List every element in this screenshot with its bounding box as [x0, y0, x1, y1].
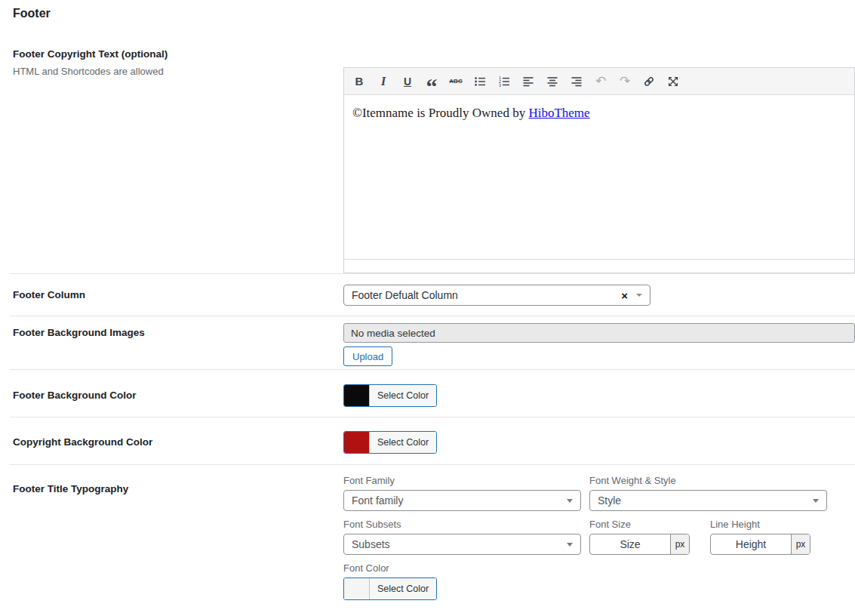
footer-column-label: Footer Column [13, 285, 343, 306]
color-swatch [344, 432, 369, 453]
font-subsets-value: Subsets [352, 538, 567, 550]
link-icon [643, 75, 655, 88]
bulleted-list-button[interactable] [470, 72, 490, 91]
fullscreen-icon [667, 75, 679, 88]
italic-icon: I [381, 74, 386, 89]
typography-row-1: Font Family Font family Font Weight & St… [343, 476, 855, 511]
line-height-group: px [710, 534, 810, 555]
svg-text:3: 3 [499, 83, 501, 88]
font-weight-style-value: Style [598, 494, 813, 507]
background-color-label: Footer Background Color [13, 384, 343, 407]
underline-icon: U [404, 75, 411, 88]
strikethrough-icon: ABC [449, 78, 462, 85]
copyright-background-color-row: Copyright Background Color Select Color [0, 417, 855, 464]
font-size-unit: px [670, 534, 689, 554]
undo-button[interactable]: ↶ [591, 72, 610, 91]
undo-icon: ↶ [595, 73, 606, 89]
line-height-input[interactable] [711, 534, 791, 554]
align-center-button[interactable] [543, 72, 562, 91]
copyright-text: ©Itemname is Proudly Owned by [352, 106, 528, 120]
line-height-unit: px [791, 534, 810, 554]
font-color-picker-button[interactable]: Select Color [343, 578, 437, 600]
copyright-description: HTML and Shortcodes are allowed [13, 66, 343, 77]
align-center-icon [546, 75, 558, 88]
line-height-label: Line Height [710, 519, 810, 529]
background-images-row: Footer Background Images No media select… [0, 316, 855, 369]
background-color-picker-button[interactable]: Select Color [343, 384, 437, 407]
font-color-label: Font Color [343, 563, 855, 573]
redo-button[interactable]: ↷ [615, 72, 635, 91]
copyright-label: Footer Copyright Text (optional) [13, 48, 343, 60]
align-right-button[interactable] [567, 72, 586, 91]
bold-button[interactable]: B [349, 72, 369, 91]
select-color-label: Select Color [369, 432, 436, 453]
typography-row: Footer Title Typography Font Family Font… [0, 465, 855, 602]
font-size-group: px [589, 534, 690, 555]
rich-text-editor: B I U “ ABC [343, 67, 855, 273]
copyright-row: Footer Copyright Text (optional) HTML an… [0, 48, 855, 273]
font-weight-style-select[interactable]: Style [589, 490, 827, 511]
background-color-row: Footer Background Color Select Color [0, 370, 855, 417]
blockquote-button[interactable]: “ [422, 72, 441, 91]
media-status-field: No media selected [343, 323, 855, 343]
typography-label: Footer Title Typography [13, 476, 343, 494]
copyright-background-color-label: Copyright Background Color [13, 431, 343, 454]
font-family-select[interactable]: Font family [343, 490, 581, 511]
select-color-label: Select Color [369, 385, 436, 406]
chevron-down-icon [636, 294, 642, 297]
typography-row-3: Font Color Select Color [343, 563, 855, 602]
color-swatch [344, 385, 369, 406]
footer-column-row: Footer Column Footer Defualt Column × [0, 274, 855, 316]
fullscreen-button[interactable] [663, 72, 683, 91]
upload-button[interactable]: Upload [343, 346, 392, 366]
align-left-icon [522, 75, 534, 88]
editor-toolbar: B I U “ ABC [344, 68, 854, 95]
font-family-value: Font family [352, 494, 567, 507]
underline-button[interactable]: U [398, 72, 417, 91]
footer-column-select[interactable]: Footer Defualt Column × [343, 285, 650, 306]
chevron-down-icon [567, 499, 573, 503]
font-subsets-select[interactable]: Subsets [343, 534, 581, 555]
typography-row-2: Font Subsets Subsets Font Size px [343, 519, 855, 555]
strikethrough-button[interactable]: ABC [446, 72, 466, 91]
font-size-label: Font Size [589, 519, 690, 529]
blockquote-icon: “ [426, 73, 438, 90]
background-images-label: Footer Background Images [13, 323, 343, 343]
editor-statusbar[interactable] [344, 259, 854, 273]
font-family-label: Font Family [343, 476, 581, 485]
redo-icon: ↷ [620, 73, 630, 89]
link-button[interactable] [639, 72, 659, 91]
bold-icon: B [355, 75, 364, 88]
chevron-down-icon [567, 543, 573, 547]
font-subsets-label: Font Subsets [343, 519, 581, 529]
bulleted-list-icon [474, 75, 486, 88]
font-weight-style-label: Font Weight & Style [589, 476, 827, 485]
align-right-icon [571, 75, 583, 88]
clear-selection-icon[interactable]: × [621, 290, 628, 301]
editor-content-area[interactable]: ©Itemname is Proudly Owned by HiboTheme [344, 95, 854, 259]
footer-column-selected-value: Footer Defualt Column [352, 289, 621, 301]
align-left-button[interactable] [518, 72, 538, 91]
page-title: Footer [0, 0, 855, 21]
font-size-input[interactable] [590, 534, 670, 554]
numbered-list-icon: 1 2 3 [498, 75, 510, 88]
chevron-down-icon [813, 499, 819, 503]
hibotheme-link[interactable]: HiboTheme [528, 106, 589, 120]
italic-button[interactable]: I [374, 72, 393, 91]
select-color-label: Select Color [369, 578, 436, 599]
color-swatch [344, 578, 369, 599]
copyright-background-color-picker-button[interactable]: Select Color [343, 431, 437, 454]
numbered-list-button[interactable]: 1 2 3 [494, 72, 514, 91]
